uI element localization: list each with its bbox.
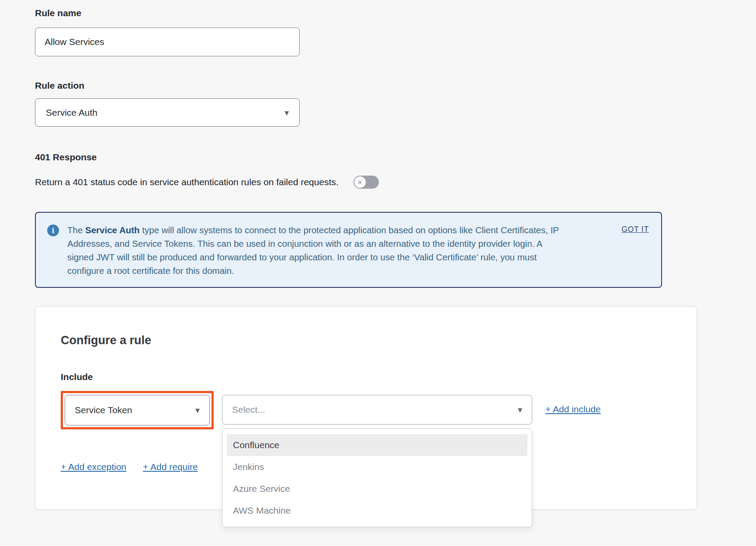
rule-name-input[interactable] <box>35 28 300 56</box>
banner-text-bold: Service Auth <box>85 225 140 235</box>
include-selector-dropdown[interactable]: Service Token ▾ <box>65 395 210 425</box>
menu-option[interactable]: Confluence <box>227 434 527 456</box>
chevron-down-icon: ▾ <box>195 406 200 415</box>
rule-action-select[interactable]: Service Auth ▾ <box>35 98 300 127</box>
page-content: Rule name Rule action Service Auth ▾ 401… <box>0 0 756 510</box>
rule-name-label: Rule name <box>35 8 756 18</box>
chevron-down-icon: ▾ <box>518 405 522 414</box>
info-banner-text: The Service Auth type will allow systems… <box>67 223 565 277</box>
menu-option[interactable]: Jenkins <box>227 456 527 478</box>
chevron-down-icon: ▾ <box>284 108 289 117</box>
include-row: Service Token ▾ Select... ▾ + Add includ… <box>61 391 697 429</box>
include-value-dropdown[interactable]: Select... ▾ <box>222 395 532 425</box>
menu-option[interactable]: AWS Machine <box>227 500 527 522</box>
response-401-description: Return a 401 status code in service auth… <box>35 177 339 187</box>
banner-text-suffix: type will allow systems to connect to th… <box>67 225 559 276</box>
response-401-toggle[interactable]: ✕ <box>354 176 379 189</box>
add-include-link[interactable]: + Add include <box>545 404 601 415</box>
menu-option[interactable]: Azure Service <box>227 478 527 500</box>
service-token-options-menu: ConfluenceJenkinsAzure ServiceAWS Machin… <box>222 429 532 527</box>
add-require-link[interactable]: + Add require <box>143 462 198 472</box>
response-401-row: Return a 401 status code in service auth… <box>35 176 756 189</box>
toggle-off-icon: ✕ <box>354 176 366 188</box>
include-selector-value: Service Token <box>75 405 132 415</box>
banner-text-prefix: The <box>67 225 85 235</box>
info-icon: i <box>47 225 59 236</box>
response-401-heading: 401 Response <box>35 152 756 162</box>
selector-highlight-outline: Service Token ▾ <box>61 391 214 429</box>
include-value-placeholder: Select... <box>232 404 265 415</box>
got-it-link[interactable]: GOT IT <box>621 223 649 234</box>
include-label: Include <box>61 372 697 382</box>
configure-rule-card: Configure a rule Include Service Token ▾… <box>35 306 697 510</box>
rule-action-label: Rule action <box>35 80 756 91</box>
configure-rule-heading: Configure a rule <box>61 334 697 347</box>
rule-action-value: Service Auth <box>46 107 97 118</box>
add-exception-link[interactable]: + Add exception <box>61 462 126 472</box>
info-banner: i The Service Auth type will allow syste… <box>35 212 662 288</box>
